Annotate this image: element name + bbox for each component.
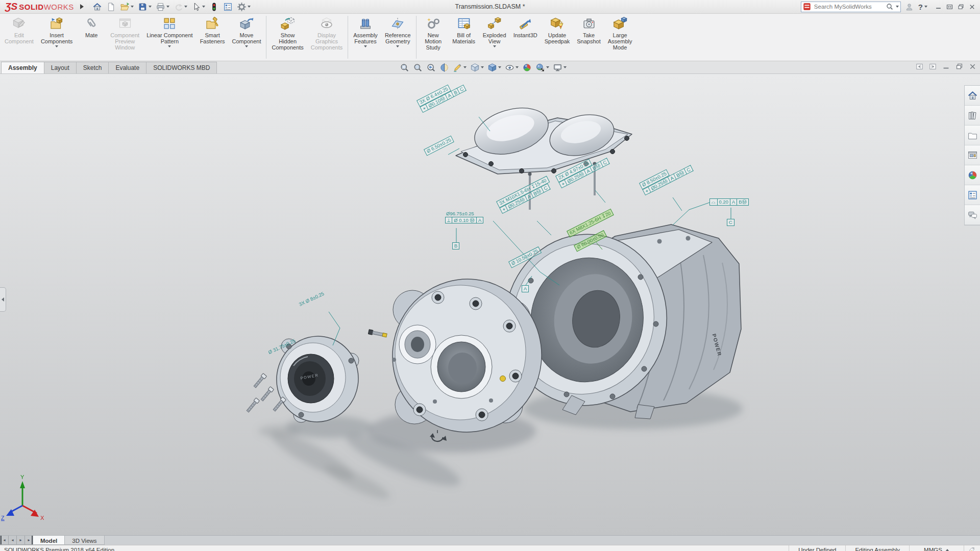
linear-component-pattern-button[interactable]: Linear Component Pattern <box>143 14 197 61</box>
minimize-button[interactable] <box>935 3 942 11</box>
login-button[interactable] <box>905 3 914 11</box>
note-cover-stud[interactable]: Ø 6.50±0.25 <box>424 136 454 156</box>
dropdown-caret-icon[interactable] <box>396 45 399 47</box>
design-library-tab[interactable] <box>965 106 980 126</box>
options-list-button[interactable] <box>222 1 234 13</box>
tab-evaluate[interactable]: Evaluate <box>108 62 146 73</box>
dropdown-caret-icon[interactable] <box>364 45 367 47</box>
display-style-button[interactable] <box>487 62 502 73</box>
dropdown-caret-icon[interactable] <box>248 6 251 8</box>
display-graphics-components-button[interactable]: Display Graphics Components <box>307 14 346 61</box>
search-input[interactable] <box>813 3 884 10</box>
note-cap-bore[interactable]: Ø 31.75±0.25 <box>266 337 298 356</box>
search-scope-caret-icon[interactable] <box>896 6 899 8</box>
dropdown-caret-icon[interactable] <box>149 6 152 8</box>
note-cap-holes[interactable]: 3X Ø 8±0.25 <box>297 290 326 308</box>
dropdown-caret-icon[interactable] <box>202 6 205 8</box>
reference-geometry-button[interactable]: Reference Geometry <box>381 14 414 61</box>
search-box[interactable] <box>801 2 901 12</box>
new-motion-study-button[interactable]: New Motion Study <box>418 14 449 61</box>
fcf-mounting-face[interactable]: ⌓0.20ABⓂ <box>709 198 749 206</box>
view-orientation-button[interactable] <box>470 62 484 73</box>
graphics-area[interactable]: Y X Z 3X Ø 6.4±0.25⌖Ø0.10ⓂABCØ 6.50±0.25… <box>0 74 980 535</box>
note-cover-holes[interactable]: 3X Ø 6.4±0.25⌖Ø0.10ⓂABC <box>416 78 467 113</box>
dropdown-caret-icon[interactable] <box>131 6 134 8</box>
insert-components-button[interactable]: Insert Components <box>37 14 76 61</box>
bill-of-materials-button[interactable]: Bill of Materials <box>449 14 479 61</box>
first-window-button[interactable]: ◂ <box>0 536 9 545</box>
note-flange-holes[interactable]: Ø 10.50±0.25 <box>508 246 542 268</box>
custom-properties-tab[interactable] <box>965 185 980 205</box>
move-component-button[interactable]: Move Component <box>229 14 265 61</box>
tab-sketch[interactable]: Sketch <box>76 62 109 73</box>
mate-button[interactable]: Mate <box>76 14 107 61</box>
last-window-button[interactable]: ▸ <box>24 536 33 545</box>
apply-scene-button[interactable] <box>535 62 550 73</box>
datum-c[interactable]: C <box>727 219 734 226</box>
dropdown-caret-icon[interactable] <box>463 66 467 68</box>
dropdown-caret-icon[interactable] <box>166 6 169 8</box>
solidworks-forum-tab[interactable] <box>965 205 980 225</box>
dim-bolt-circle[interactable]: 6X M8X1.25-6H ↧20 <box>567 209 614 237</box>
previous-window-button[interactable]: ◂ <box>8 536 17 545</box>
close-button[interactable] <box>968 3 976 11</box>
new-document-button[interactable] <box>105 1 117 13</box>
note-cover-pins[interactable]: 2X Ø 4.97±0.25⌖Ø0.25ⓂABⓂC <box>555 152 610 188</box>
doc-tab-3d-views[interactable]: 3D Views <box>64 536 104 545</box>
note-main-bore[interactable]: Ø96.75±0.25⟂Ø 0.10 ⓂA <box>445 211 483 223</box>
datum-b[interactable]: B <box>452 242 459 249</box>
select-button[interactable] <box>190 1 207 13</box>
take-snapshot-button[interactable]: Take Snapshot <box>573 14 604 61</box>
tab-solidworks-mbd[interactable]: SOLIDWORKS MBD <box>146 62 217 73</box>
undo-button[interactable] <box>172 1 189 13</box>
exploded-view-button[interactable]: Exploded View <box>479 14 510 61</box>
next-document-button[interactable] <box>928 62 937 71</box>
dropdown-caret-icon[interactable] <box>498 66 501 68</box>
file-explorer-tab[interactable] <box>965 126 980 145</box>
dim-bore-depth[interactable]: Ø 60.00±0.50 <box>574 230 607 252</box>
assembly-features-button[interactable]: Assembly Features <box>350 14 381 61</box>
annotation-views-button[interactable] <box>452 62 467 73</box>
dropdown-caret-icon[interactable] <box>516 66 519 68</box>
datum-a[interactable]: A <box>522 285 529 292</box>
section-view-button[interactable] <box>439 62 450 73</box>
dropdown-caret-icon[interactable] <box>184 6 187 8</box>
save-button[interactable] <box>136 1 153 13</box>
search-icon[interactable] <box>886 3 894 11</box>
show-hidden-components-button[interactable]: Show Hidden Components <box>268 14 307 61</box>
previous-document-button[interactable] <box>915 62 924 71</box>
component-preview-window-button[interactable]: Component Preview Window <box>107 14 143 61</box>
fullscreen-button[interactable] <box>946 3 953 11</box>
zoom-to-area-button[interactable] <box>412 62 423 73</box>
open-button[interactable] <box>118 1 135 13</box>
note-dowel-holes[interactable]: Ø 8.50±0.25⌖Ø0.25ⓂABⓂC <box>639 159 694 195</box>
appearances-scenes-tab[interactable] <box>965 165 980 185</box>
solidworks-resources-tab[interactable] <box>965 86 980 106</box>
update-speedpak-button[interactable]: Update Speedpak <box>541 14 574 61</box>
hide-show-items-button[interactable] <box>504 62 519 73</box>
doc-restore-button[interactable] <box>955 62 964 71</box>
dropdown-caret-icon[interactable] <box>493 45 496 47</box>
home-button[interactable] <box>91 1 104 13</box>
featuremanager-collapsed-tab[interactable] <box>0 287 6 312</box>
dropdown-caret-icon[interactable] <box>564 66 567 68</box>
view-palette-tab[interactable] <box>965 145 980 165</box>
next-window-button[interactable]: ▸ <box>16 536 25 545</box>
restore-button[interactable] <box>957 3 965 11</box>
view-settings-button[interactable] <box>552 62 567 73</box>
large-assembly-mode-button[interactable]: Large Assembly Mode <box>604 14 636 61</box>
menu-flyout-arrow[interactable] <box>80 4 84 9</box>
unit-system-selector[interactable]: MMGS <box>909 545 964 551</box>
performance-button[interactable] <box>208 1 220 13</box>
instant3d-button[interactable]: Instant3D <box>510 14 541 61</box>
settings-button[interactable] <box>235 1 252 13</box>
zoom-to-fit-button[interactable] <box>399 62 410 73</box>
print-button[interactable] <box>154 1 171 13</box>
note-tapped-holes[interactable]: 3X M10X1.5-6H ↧15-40⌖Ø0.25ⓂABⓂC <box>496 176 553 214</box>
dropdown-caret-icon[interactable] <box>546 66 549 68</box>
doc-close-button[interactable] <box>968 62 977 71</box>
dropdown-caret-icon[interactable] <box>481 66 484 68</box>
dropdown-caret-icon[interactable] <box>245 45 248 47</box>
edit-component-button[interactable]: Edit Component <box>1 14 37 61</box>
dropdown-caret-icon[interactable] <box>55 45 58 47</box>
